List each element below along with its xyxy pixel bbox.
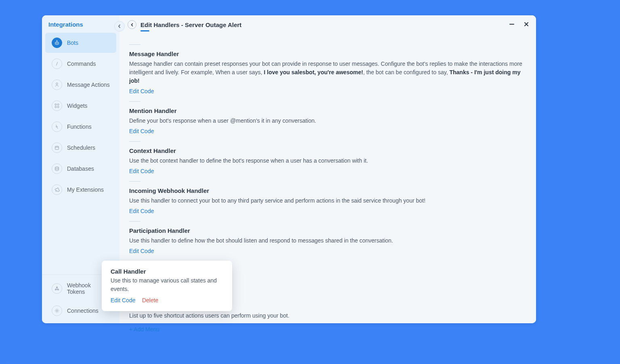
svg-point-10 xyxy=(55,167,59,168)
sidebar-title: Integrations xyxy=(42,15,119,32)
handler-desc: Message handler can contain preset respo… xyxy=(129,60,526,85)
svg-point-14 xyxy=(56,310,58,312)
main-panel: Edit Handlers - Server Outage Alert Mess… xyxy=(119,15,536,323)
page-title: Edit Handlers - Server Outage Alert xyxy=(140,21,241,28)
handler-participation: Participation Handler Use this handler t… xyxy=(129,227,526,255)
functions-icon xyxy=(52,121,62,132)
close-button[interactable] xyxy=(522,20,530,28)
svg-point-3 xyxy=(57,40,57,41)
delete-link[interactable]: Delete xyxy=(142,297,158,303)
minimize-button[interactable] xyxy=(508,20,516,28)
handler-title: Call Handler xyxy=(111,268,223,275)
chevron-left-icon xyxy=(117,24,121,28)
svg-rect-5 xyxy=(55,104,57,105)
menu-desc: List up to five shortcut actions users c… xyxy=(129,312,526,320)
sidebar-item-label: My Extensions xyxy=(67,186,104,193)
svg-point-1 xyxy=(56,43,57,44)
bot-icon xyxy=(52,38,62,48)
database-icon xyxy=(52,163,62,174)
divider xyxy=(129,141,140,142)
handler-desc: Use this to manage various call states a… xyxy=(111,276,223,293)
sidebar-item-widgets[interactable]: Widgets xyxy=(45,96,116,116)
handler-call-popover: Call Handler Use this to manage various … xyxy=(102,261,232,311)
back-button[interactable] xyxy=(128,20,136,29)
handler-title: Message Handler xyxy=(129,50,526,57)
sidebar-item-schedulers[interactable]: Schedulers xyxy=(45,138,116,158)
handler-desc: Use the bot context handler to define th… xyxy=(129,157,526,165)
edit-code-link[interactable]: Edit Code xyxy=(129,208,154,214)
chevron-left-icon xyxy=(130,23,134,27)
sidebar-item-label: Functions xyxy=(67,123,92,130)
sidebar-item-label: Message Actions xyxy=(67,82,110,88)
add-menu-link[interactable]: + Add Menu xyxy=(129,326,159,333)
edit-code-link[interactable]: Edit Code xyxy=(129,248,154,254)
handler-desc: Define your bot's response when a user @… xyxy=(129,117,526,125)
edit-code-link[interactable]: Edit Code xyxy=(129,88,154,94)
svg-rect-6 xyxy=(57,104,59,105)
edit-code-link[interactable]: Edit Code xyxy=(111,297,135,303)
handler-mention: Mention Handler Define your bot's respon… xyxy=(129,107,526,135)
sidebar-item-commands[interactable]: Commands xyxy=(45,54,116,74)
desc-text: , the bot can be configured to say, xyxy=(363,69,450,75)
widgets-icon xyxy=(52,100,62,111)
svg-point-2 xyxy=(57,43,58,44)
handler-title: Context Handler xyxy=(129,147,526,154)
handler-context: Context Handler Use the bot context hand… xyxy=(129,147,526,175)
desc-bold: I love you salesbot, you're awesome! xyxy=(264,69,363,75)
divider xyxy=(129,101,140,102)
handler-title: Mention Handler xyxy=(129,107,526,114)
svg-point-4 xyxy=(56,83,58,84)
app-window: Integrations Bots Commands Messa xyxy=(42,15,536,323)
handler-webhook: Incoming Webhook Handler Use this handle… xyxy=(129,187,526,215)
handler-desc: Use this handler to define how the bot s… xyxy=(129,236,526,245)
sidebar-item-my-extensions[interactable]: My Extensions xyxy=(45,180,116,200)
sidebar-item-label: Widgets xyxy=(67,103,88,109)
handler-desc: Use this handler to connect your bot to … xyxy=(129,197,526,205)
scheduler-icon xyxy=(52,142,62,153)
main-header: Edit Handlers - Server Outage Alert xyxy=(119,15,536,31)
sidebar-item-functions[interactable]: Functions xyxy=(45,117,116,137)
divider xyxy=(129,221,140,222)
svg-rect-8 xyxy=(57,106,59,108)
edit-code-link[interactable]: Edit Code xyxy=(129,128,154,134)
sidebar-item-label: Databases xyxy=(67,165,94,172)
divider xyxy=(129,181,140,182)
sidebar-collapse-button[interactable] xyxy=(114,21,125,31)
sidebar-item-label: Schedulers xyxy=(67,144,95,151)
divider xyxy=(129,44,140,45)
handler-title: Participation Handler xyxy=(129,227,526,234)
gear-icon xyxy=(52,305,62,316)
minimize-icon xyxy=(509,21,515,27)
slash-icon xyxy=(52,59,62,69)
svg-rect-9 xyxy=(55,146,59,150)
content: Message Handler Message handler can cont… xyxy=(119,31,536,333)
svg-rect-7 xyxy=(55,106,57,108)
sidebar-item-databases[interactable]: Databases xyxy=(45,159,116,179)
close-icon xyxy=(524,21,529,27)
sidebar-item-label: Connections xyxy=(67,308,98,314)
webhook-icon xyxy=(52,283,62,294)
handler-title: Incoming Webhook Handler xyxy=(129,187,526,194)
window-controls xyxy=(508,20,530,28)
sidebar-item-label: Commands xyxy=(67,61,96,67)
sidebar-list: Bots Commands Message Actions Widgets xyxy=(42,32,119,274)
extensions-icon xyxy=(52,184,62,195)
sidebar-item-bots[interactable]: Bots xyxy=(45,33,116,53)
sidebar-item-label: Bots xyxy=(67,40,78,46)
message-action-icon xyxy=(52,79,62,90)
handler-message: Message Handler Message handler can cont… xyxy=(129,50,526,95)
sidebar-item-message-actions[interactable]: Message Actions xyxy=(45,75,116,95)
edit-code-link[interactable]: Edit Code xyxy=(129,168,154,174)
